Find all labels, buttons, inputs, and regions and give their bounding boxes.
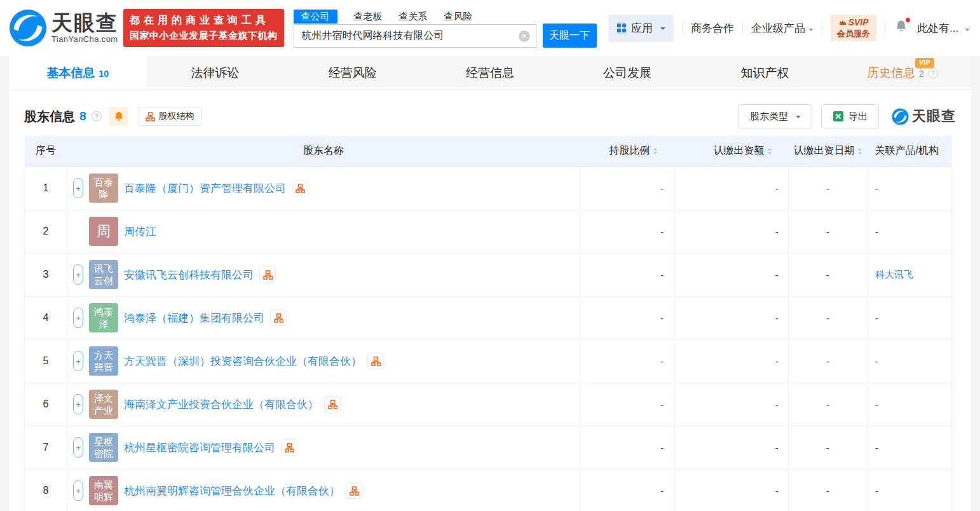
tab-label: 经营风险 bbox=[329, 65, 377, 81]
notifications-bell-icon[interactable] bbox=[895, 20, 908, 36]
amount-cell: - bbox=[674, 296, 789, 339]
divider bbox=[742, 22, 743, 34]
search-tab-2[interactable]: 查关系 bbox=[399, 10, 428, 24]
expand-button[interactable]: + bbox=[73, 480, 83, 501]
clear-search-icon[interactable]: × bbox=[519, 31, 530, 42]
sort-icon[interactable] bbox=[767, 147, 772, 155]
equity-chart-button[interactable] bbox=[270, 310, 287, 326]
equity-chart-button[interactable] bbox=[281, 439, 297, 456]
equity-structure-button[interactable]: 股权结构 bbox=[139, 107, 201, 126]
nav-business-cooperation[interactable]: 商务合作 bbox=[691, 21, 734, 36]
shareholder-name-link[interactable]: 海南泽文产业投资合伙企业（有限合伙） bbox=[124, 397, 318, 412]
column-header-4[interactable]: 认缴出资日期 bbox=[789, 136, 868, 167]
slogan-line2: 国家中小企业发展子基金旗下机构 bbox=[130, 28, 278, 43]
chevron-down-icon bbox=[965, 29, 970, 34]
tab-2[interactable]: 经营风险 bbox=[284, 56, 421, 90]
tab-5[interactable]: 知识产权 bbox=[696, 56, 833, 90]
shareholder-name-link[interactable]: 杭州星枢密院咨询管理有限公司 bbox=[124, 440, 275, 455]
related-cell: - bbox=[868, 296, 952, 339]
expand-button[interactable]: + bbox=[73, 178, 83, 198]
ratio-cell: - bbox=[580, 210, 674, 253]
shareholder-name-link[interactable]: 周传江 bbox=[124, 224, 156, 239]
search-input[interactable] bbox=[294, 24, 536, 48]
tab-1[interactable]: 法律诉讼 bbox=[146, 56, 283, 90]
slogan-line1: 都在用的商业查询工具 bbox=[130, 13, 278, 28]
search-button[interactable]: 天眼一下 bbox=[543, 24, 597, 48]
shareholder-avatar[interactable]: 南翼明辉 bbox=[89, 476, 118, 505]
equity-chart-button[interactable] bbox=[292, 180, 308, 196]
sort-icon[interactable] bbox=[653, 147, 658, 155]
search-tab-3[interactable]: 查风险 bbox=[444, 10, 473, 24]
nav-enterprise-products[interactable]: 企业级产品 bbox=[751, 21, 813, 36]
column-header-0: 序号 bbox=[25, 136, 67, 167]
shareholder-type-dropdown[interactable]: 股东类型 bbox=[738, 104, 812, 128]
apps-menu[interactable]: 应用 bbox=[608, 15, 674, 42]
tab-0[interactable]: 基本信息10 bbox=[9, 56, 146, 90]
search-tab-0[interactable]: 查公司 bbox=[294, 10, 337, 24]
column-header-2[interactable]: 持股比例 bbox=[580, 136, 674, 167]
svip-member-badge[interactable]: SVIP 会员服务 bbox=[831, 15, 876, 41]
search-tabs: 查公司查老板查关系查风险 bbox=[294, 8, 597, 24]
shareholder-name-link[interactable]: 鸿泰泽（福建）集团有限公司 bbox=[124, 311, 264, 325]
shareholder-name-link[interactable]: 方天巽晋（深圳）投资咨询合伙企业（有限合伙） bbox=[124, 354, 362, 369]
amount-cell: - bbox=[674, 253, 789, 296]
shareholder-name-link[interactable]: 百泰隆（厦门）资产管理有限公司 bbox=[124, 181, 286, 196]
help-icon[interactable]: ? bbox=[928, 68, 938, 78]
expand-button[interactable]: + bbox=[73, 264, 83, 285]
equity-chart-button[interactable] bbox=[367, 353, 384, 369]
date-cell: - bbox=[789, 469, 868, 511]
date-cell: - bbox=[789, 167, 868, 210]
row-index: 7 bbox=[25, 426, 67, 469]
crown-icon bbox=[839, 19, 847, 27]
shareholder-avatar[interactable]: 泽文产业 bbox=[89, 390, 118, 419]
expand-button[interactable]: + bbox=[73, 394, 83, 414]
top-nav: 应用 商务合作 企业级产品 SVIP 会员服务 此处有... bbox=[608, 0, 970, 56]
expand-button[interactable]: + bbox=[73, 308, 83, 328]
ratio-cell: - bbox=[580, 339, 674, 383]
equity-chart-button[interactable] bbox=[324, 396, 341, 412]
shareholder-avatar[interactable]: 星枢密院 bbox=[89, 433, 118, 462]
org-chart-icon bbox=[263, 270, 273, 280]
sort-icon[interactable] bbox=[857, 147, 862, 155]
equity-chart-button[interactable] bbox=[259, 266, 276, 283]
expand-button[interactable]: + bbox=[73, 351, 83, 371]
section-count: 8 bbox=[79, 109, 86, 123]
related-cell: - bbox=[868, 210, 952, 253]
search-tab-1[interactable]: 查老板 bbox=[354, 10, 383, 24]
shareholder-avatar[interactable]: 周 bbox=[89, 217, 118, 246]
apps-grid-icon bbox=[616, 23, 627, 33]
expand-button[interactable]: + bbox=[73, 437, 83, 458]
related-company-link[interactable]: 科大讯飞 bbox=[868, 253, 952, 296]
logo-name: 天眼查 bbox=[51, 12, 118, 34]
shareholder-avatar[interactable]: 讯飞云创 bbox=[89, 260, 118, 289]
tianyancha-logo[interactable]: 天眼查 TianYanCha.com bbox=[9, 9, 118, 47]
org-chart-icon bbox=[146, 112, 155, 121]
shareholder-avatar[interactable]: 方天巽晋 bbox=[89, 346, 118, 376]
column-header-1: 股东名称 bbox=[67, 136, 580, 167]
column-header-3[interactable]: 认缴出资额 bbox=[674, 136, 789, 167]
row-index: 2 bbox=[25, 210, 67, 253]
user-menu[interactable]: 此处有... bbox=[917, 21, 970, 36]
ratio-cell: - bbox=[580, 167, 674, 210]
amount-cell: - bbox=[674, 339, 789, 383]
shareholder-avatar[interactable]: 百泰隆 bbox=[89, 174, 118, 203]
shareholder-avatar[interactable]: 鸿泰泽 bbox=[89, 303, 118, 332]
svip-sublabel: 会员服务 bbox=[837, 28, 870, 39]
tab-6[interactable]: 历史信息2?VIP bbox=[834, 56, 971, 90]
tab-label: 公司发展 bbox=[603, 65, 651, 81]
shareholder-table: 序号股东名称持股比例认缴出资额认缴出资日期关联产品/机构 1 + 百泰隆 百泰隆… bbox=[24, 136, 952, 511]
date-cell: - bbox=[789, 383, 868, 426]
export-button[interactable]: 导出 bbox=[821, 104, 879, 128]
date-cell: - bbox=[789, 210, 868, 253]
shareholder-name-link[interactable]: 杭州南翼明辉咨询管理合伙企业（有限合伙） bbox=[124, 484, 340, 498]
date-cell: - bbox=[789, 339, 868, 383]
monitor-bell-button[interactable] bbox=[109, 107, 128, 126]
equity-chart-button[interactable] bbox=[346, 482, 362, 499]
tab-4[interactable]: 公司发展 bbox=[559, 56, 696, 90]
divider bbox=[682, 22, 683, 34]
tianyancha-swirl-icon bbox=[9, 9, 47, 47]
table-row: 5 + 方天巽晋 方天巽晋（深圳）投资咨询合伙企业（有限合伙） - - - - bbox=[25, 339, 952, 383]
shareholder-name-link[interactable]: 安徽讯飞云创科技有限公司 bbox=[124, 268, 254, 282]
help-icon[interactable]: ? bbox=[92, 111, 102, 121]
tab-3[interactable]: 经营信息 bbox=[421, 56, 559, 90]
